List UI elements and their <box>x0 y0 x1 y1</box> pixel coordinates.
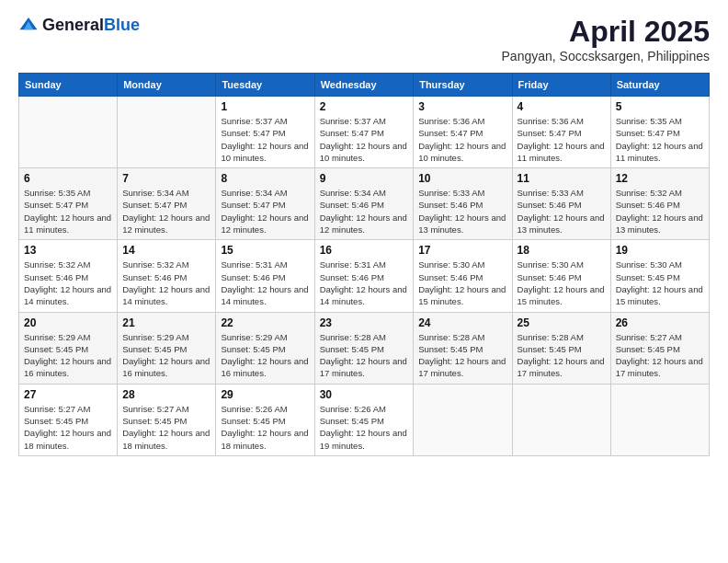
calendar-cell: 6Sunrise: 5:35 AMSunset: 5:47 PMDaylight… <box>19 168 118 240</box>
day-detail: Sunrise: 5:27 AMSunset: 5:45 PMDaylight:… <box>616 331 704 380</box>
page-header: GeneralBlue April 2025 Pangyan, Soccsksa… <box>18 15 710 63</box>
day-number: 17 <box>418 244 506 257</box>
day-detail: Sunrise: 5:34 AMSunset: 5:47 PMDaylight:… <box>122 187 210 236</box>
day-number: 4 <box>518 100 606 113</box>
day-number: 29 <box>221 388 309 401</box>
day-detail: Sunrise: 5:30 AMSunset: 5:46 PMDaylight:… <box>518 259 606 307</box>
day-detail: Sunrise: 5:35 AMSunset: 5:47 PMDaylight:… <box>616 115 704 164</box>
day-number: 19 <box>616 244 704 257</box>
day-number: 21 <box>122 316 210 329</box>
calendar-cell <box>19 97 118 168</box>
day-detail: Sunrise: 5:28 AMSunset: 5:45 PMDaylight:… <box>418 331 506 380</box>
day-number: 27 <box>24 388 112 401</box>
calendar-header-row: SundayMondayTuesdayWednesdayThursdayFrid… <box>19 74 710 97</box>
calendar-cell: 23Sunrise: 5:28 AMSunset: 5:45 PMDayligh… <box>314 312 414 384</box>
calendar-week-3: 13Sunrise: 5:32 AMSunset: 5:46 PMDayligh… <box>19 240 710 312</box>
calendar-cell: 30Sunrise: 5:26 AMSunset: 5:45 PMDayligh… <box>314 384 414 455</box>
day-number: 9 <box>320 172 409 185</box>
day-number: 30 <box>320 388 409 401</box>
calendar-cell: 25Sunrise: 5:28 AMSunset: 5:45 PMDayligh… <box>512 312 610 384</box>
calendar-cell: 21Sunrise: 5:29 AMSunset: 5:45 PMDayligh… <box>118 312 216 384</box>
calendar-cell: 10Sunrise: 5:33 AMSunset: 5:46 PMDayligh… <box>414 168 512 240</box>
day-detail: Sunrise: 5:30 AMSunset: 5:46 PMDaylight:… <box>418 259 506 307</box>
calendar-cell: 17Sunrise: 5:30 AMSunset: 5:46 PMDayligh… <box>414 240 512 312</box>
logo: GeneralBlue <box>18 15 140 35</box>
calendar-cell: 26Sunrise: 5:27 AMSunset: 5:45 PMDayligh… <box>610 312 709 384</box>
calendar-week-5: 27Sunrise: 5:27 AMSunset: 5:45 PMDayligh… <box>19 384 710 455</box>
day-detail: Sunrise: 5:26 AMSunset: 5:45 PMDaylight:… <box>320 403 409 452</box>
calendar-cell: 22Sunrise: 5:29 AMSunset: 5:45 PMDayligh… <box>216 312 314 384</box>
day-number: 13 <box>24 244 112 257</box>
calendar-cell: 18Sunrise: 5:30 AMSunset: 5:46 PMDayligh… <box>512 240 610 312</box>
calendar-week-1: 1Sunrise: 5:37 AMSunset: 5:47 PMDaylight… <box>19 97 710 168</box>
calendar-week-4: 20Sunrise: 5:29 AMSunset: 5:45 PMDayligh… <box>19 312 710 384</box>
calendar-cell: 7Sunrise: 5:34 AMSunset: 5:47 PMDaylight… <box>118 168 216 240</box>
day-detail: Sunrise: 5:29 AMSunset: 5:45 PMDaylight:… <box>221 331 309 380</box>
logo-text: GeneralBlue <box>42 16 140 35</box>
day-number: 25 <box>518 316 606 329</box>
day-number: 22 <box>221 316 309 329</box>
calendar-cell <box>610 384 709 455</box>
day-detail: Sunrise: 5:32 AMSunset: 5:46 PMDaylight:… <box>616 187 704 236</box>
calendar-cell <box>512 384 610 455</box>
day-number: 15 <box>221 244 309 257</box>
location-title: Pangyan, Soccsksargen, Philippines <box>502 49 710 63</box>
day-detail: Sunrise: 5:35 AMSunset: 5:47 PMDaylight:… <box>24 187 112 236</box>
day-detail: Sunrise: 5:32 AMSunset: 5:46 PMDaylight:… <box>24 259 112 307</box>
day-detail: Sunrise: 5:26 AMSunset: 5:45 PMDaylight:… <box>221 403 309 452</box>
calendar-cell: 16Sunrise: 5:31 AMSunset: 5:46 PMDayligh… <box>314 240 414 312</box>
calendar-cell: 24Sunrise: 5:28 AMSunset: 5:45 PMDayligh… <box>414 312 512 384</box>
logo-icon <box>18 15 39 35</box>
day-number: 14 <box>122 244 210 257</box>
calendar-cell <box>118 97 216 168</box>
day-detail: Sunrise: 5:27 AMSunset: 5:45 PMDaylight:… <box>24 403 112 452</box>
title-block: April 2025 Pangyan, Soccsksargen, Philip… <box>502 15 710 63</box>
column-header-sunday: Sunday <box>19 74 118 97</box>
day-number: 8 <box>221 172 309 185</box>
day-number: 23 <box>320 316 409 329</box>
day-detail: Sunrise: 5:37 AMSunset: 5:47 PMDaylight:… <box>320 115 409 164</box>
day-detail: Sunrise: 5:28 AMSunset: 5:45 PMDaylight:… <box>320 331 409 380</box>
day-detail: Sunrise: 5:28 AMSunset: 5:45 PMDaylight:… <box>518 331 606 380</box>
calendar-cell: 9Sunrise: 5:34 AMSunset: 5:46 PMDaylight… <box>314 168 414 240</box>
calendar-cell: 8Sunrise: 5:34 AMSunset: 5:47 PMDaylight… <box>216 168 314 240</box>
calendar-cell <box>414 384 512 455</box>
calendar-cell: 14Sunrise: 5:32 AMSunset: 5:46 PMDayligh… <box>118 240 216 312</box>
day-detail: Sunrise: 5:30 AMSunset: 5:45 PMDaylight:… <box>616 259 704 307</box>
month-title: April 2025 <box>502 15 710 49</box>
calendar-cell: 1Sunrise: 5:37 AMSunset: 5:47 PMDaylight… <box>216 97 314 168</box>
calendar-cell: 27Sunrise: 5:27 AMSunset: 5:45 PMDayligh… <box>19 384 118 455</box>
day-detail: Sunrise: 5:29 AMSunset: 5:45 PMDaylight:… <box>24 331 112 380</box>
calendar-cell: 2Sunrise: 5:37 AMSunset: 5:47 PMDaylight… <box>314 97 414 168</box>
day-detail: Sunrise: 5:32 AMSunset: 5:46 PMDaylight:… <box>122 259 210 307</box>
day-number: 2 <box>320 100 409 113</box>
day-number: 18 <box>518 244 606 257</box>
day-number: 24 <box>418 316 506 329</box>
logo-blue: Blue <box>104 16 140 34</box>
day-number: 1 <box>221 100 309 113</box>
day-number: 11 <box>518 172 606 185</box>
day-number: 3 <box>418 100 506 113</box>
calendar-table: SundayMondayTuesdayWednesdayThursdayFrid… <box>18 73 710 456</box>
day-number: 6 <box>24 172 112 185</box>
day-number: 12 <box>616 172 704 185</box>
day-number: 5 <box>616 100 704 113</box>
calendar-week-2: 6Sunrise: 5:35 AMSunset: 5:47 PMDaylight… <box>19 168 710 240</box>
calendar-cell: 15Sunrise: 5:31 AMSunset: 5:46 PMDayligh… <box>216 240 314 312</box>
day-number: 16 <box>320 244 409 257</box>
calendar-cell: 4Sunrise: 5:36 AMSunset: 5:47 PMDaylight… <box>512 97 610 168</box>
day-detail: Sunrise: 5:31 AMSunset: 5:46 PMDaylight:… <box>221 259 309 307</box>
day-detail: Sunrise: 5:33 AMSunset: 5:46 PMDaylight:… <box>418 187 506 236</box>
day-detail: Sunrise: 5:34 AMSunset: 5:47 PMDaylight:… <box>221 187 309 236</box>
day-detail: Sunrise: 5:27 AMSunset: 5:45 PMDaylight:… <box>122 403 210 452</box>
day-number: 20 <box>24 316 112 329</box>
column-header-saturday: Saturday <box>610 74 709 97</box>
day-number: 28 <box>122 388 210 401</box>
day-detail: Sunrise: 5:33 AMSunset: 5:46 PMDaylight:… <box>518 187 606 236</box>
calendar-cell: 12Sunrise: 5:32 AMSunset: 5:46 PMDayligh… <box>610 168 709 240</box>
column-header-thursday: Thursday <box>414 74 512 97</box>
day-detail: Sunrise: 5:37 AMSunset: 5:47 PMDaylight:… <box>221 115 309 164</box>
calendar-cell: 28Sunrise: 5:27 AMSunset: 5:45 PMDayligh… <box>118 384 216 455</box>
day-detail: Sunrise: 5:36 AMSunset: 5:47 PMDaylight:… <box>418 115 506 164</box>
day-number: 26 <box>616 316 704 329</box>
